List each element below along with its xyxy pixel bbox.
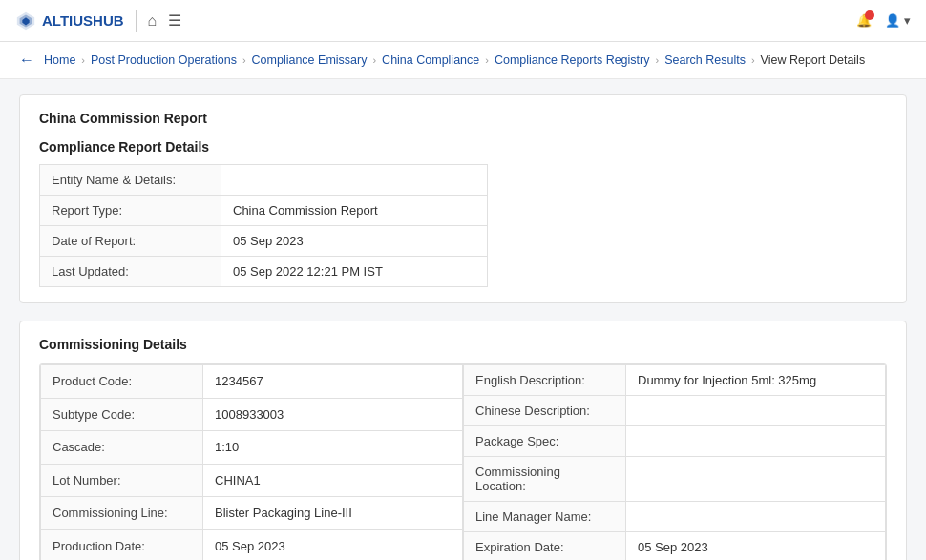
compliance-section-title: Compliance Report Details — [39, 139, 887, 155]
breadcrumb-sep-4: › — [485, 54, 489, 66]
top-navigation: ALTIUSHUB ⌂ ☰ 🔔 👤 ▾ — [0, 0, 926, 42]
commissioning-left-value: Blister Packaging Line-III — [203, 497, 463, 530]
notification-bell[interactable]: 🔔 — [856, 13, 872, 28]
compliance-label: Last Updated: — [40, 257, 221, 287]
commissioning-right-label: Expiration Date: — [464, 532, 626, 561]
nav-left: ALTIUSHUB ⌂ ☰ — [15, 10, 181, 32]
compliance-label: Entity Name & Details: — [40, 165, 221, 196]
main-content: China Commission Report Compliance Repor… — [0, 79, 926, 560]
breadcrumb-compliance-emissary[interactable]: Compliance Emissary — [252, 53, 368, 67]
commissioning-left-label: Cascade: — [41, 431, 203, 465]
breadcrumb-post-production[interactable]: Post Production Operations — [91, 53, 237, 67]
breadcrumb-back-button[interactable]: ← — [19, 52, 34, 69]
user-menu[interactable]: 👤 ▾ — [885, 13, 911, 28]
report-card: China Commission Report Compliance Repor… — [19, 94, 907, 303]
breadcrumb-compliance-reports-registry[interactable]: Compliance Reports Registry — [495, 53, 650, 67]
breadcrumb-sep-6: › — [751, 54, 755, 66]
commissioning-right-value — [626, 426, 886, 457]
commissioning-left-row: Subtype Code: 1008933003 — [41, 398, 463, 431]
menu-icon[interactable]: ☰ — [168, 11, 181, 30]
commissioning-left-label: Commissioning Line: — [41, 497, 203, 530]
commissioning-left-value: 1:10 — [203, 431, 463, 465]
commissioning-right-value: Dummy for Injection 5ml: 325mg — [626, 365, 886, 396]
commissioning-left-row: Production Date: 05 Sep 2023 — [41, 529, 463, 560]
commissioning-right-label: Line Manager Name: — [464, 502, 626, 532]
compliance-value: China Commission Report — [221, 196, 488, 226]
commissioning-right-row: Expiration Date: 05 Sep 2023 — [464, 532, 886, 561]
breadcrumb: ← Home › Post Production Operations › Co… — [0, 42, 926, 79]
compliance-details-table: Entity Name & Details: Report Type: Chin… — [39, 164, 488, 287]
commissioning-right-value — [626, 502, 886, 532]
breadcrumb-search-results[interactable]: Search Results — [664, 53, 746, 67]
commissioning-right-label: Chinese Description: — [464, 396, 626, 426]
commissioning-left-label: Lot Number: — [41, 464, 203, 497]
compliance-table-row: Date of Report: 05 Sep 2023 — [40, 226, 488, 257]
user-icon: 👤 — [885, 13, 900, 28]
app-name: ALTIUSHUB — [42, 12, 124, 29]
commissioning-right-value — [626, 457, 886, 502]
commissioning-right-row: Package Spec: — [464, 426, 886, 457]
compliance-table-row: Report Type: China Commission Report — [40, 196, 488, 226]
report-card-title: China Commission Report — [39, 111, 887, 126]
compliance-value: 05 Sep 2022 12:21 PM IST — [221, 257, 488, 287]
breadcrumb-sep-5: › — [655, 54, 659, 66]
compliance-table-row: Last Updated: 05 Sep 2022 12:21 PM IST — [40, 257, 488, 287]
commissioning-left-row: Product Code: 1234567 — [41, 365, 463, 399]
commissioning-left-value: 1008933003 — [203, 398, 463, 431]
commissioning-left-label: Product Code: — [41, 365, 203, 399]
breadcrumb-sep-2: › — [242, 54, 246, 66]
breadcrumb-home[interactable]: Home — [44, 53, 75, 67]
commissioning-left-label: Production Date: — [41, 529, 203, 560]
commissioning-left-value: 05 Sep 2023 — [203, 529, 463, 560]
commissioning-right-row: Commissioning Location: — [464, 457, 886, 502]
commissioning-right-label: Package Spec: — [464, 426, 626, 457]
chevron-down-icon: ▾ — [904, 13, 911, 28]
notification-badge — [865, 10, 874, 20]
commissioning-left-row: Lot Number: CHINA1 — [41, 464, 463, 497]
nav-divider — [136, 10, 137, 32]
compliance-label: Date of Report: — [40, 226, 221, 257]
commissioning-right-row: English Description: Dummy for Injection… — [464, 365, 886, 396]
commissioning-right-value — [626, 396, 886, 426]
commissioning-left-table: Product Code: 1234567 Subtype Code: 1008… — [40, 364, 463, 560]
compliance-table-row: Entity Name & Details: — [40, 165, 488, 196]
home-icon[interactable]: ⌂ — [148, 12, 158, 30]
commissioning-right-row: Line Manager Name: — [464, 502, 886, 532]
commissioning-card: Commissioning Details Product Code: 1234… — [19, 321, 907, 560]
commissioning-left-row: Commissioning Line: Blister Packaging Li… — [41, 497, 463, 530]
logo[interactable]: ALTIUSHUB — [15, 10, 124, 31]
compliance-label: Report Type: — [40, 196, 221, 226]
commissioning-right-row: Chinese Description: — [464, 396, 886, 426]
compliance-value: 05 Sep 2023 — [221, 226, 488, 257]
nav-right: 🔔 👤 ▾ — [856, 13, 911, 28]
breadcrumb-view-report-details: View Report Details — [761, 53, 866, 67]
commissioning-section-title: Commissioning Details — [39, 337, 887, 352]
logo-icon — [15, 10, 36, 31]
commissioning-right-label: English Description: — [464, 365, 626, 396]
commissioning-left-label: Subtype Code: — [41, 398, 203, 431]
commissioning-left-value: 1234567 — [203, 365, 463, 399]
commissioning-right-label: Commissioning Location: — [464, 457, 626, 502]
compliance-value — [221, 165, 488, 196]
commissioning-right-table: English Description: Dummy for Injection… — [463, 364, 886, 560]
commissioning-right-value: 05 Sep 2023 — [626, 532, 886, 561]
breadcrumb-sep-1: › — [81, 54, 85, 66]
commissioning-left-value: CHINA1 — [203, 464, 463, 497]
breadcrumb-china-compliance[interactable]: China Compliance — [382, 53, 479, 67]
breadcrumb-sep-3: › — [372, 54, 376, 66]
commissioning-left-row: Cascade: 1:10 — [41, 431, 463, 465]
